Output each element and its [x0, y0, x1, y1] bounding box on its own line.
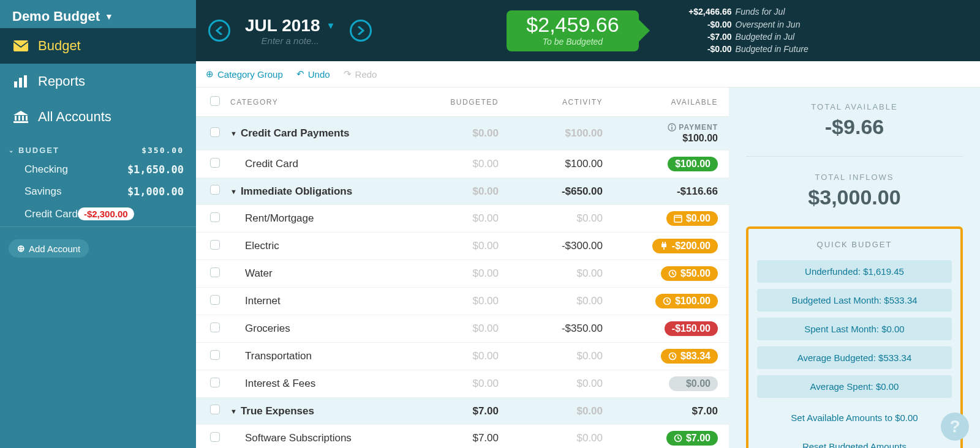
nav-reports[interactable]: Reports	[0, 64, 196, 99]
activity-cell[interactable]: -$650.00	[502, 185, 606, 198]
quick-budget-button[interactable]: Spent Last Month: $0.00	[757, 318, 952, 340]
row-checkbox[interactable]	[210, 212, 220, 222]
row-checkbox[interactable]	[210, 240, 220, 250]
row-checkbox[interactable]	[210, 350, 220, 360]
activity-cell[interactable]: -$300.00	[502, 240, 606, 252]
budgeted-cell[interactable]: $0.00	[404, 267, 502, 280]
available-pill[interactable]: -$150.00	[665, 321, 718, 336]
budgeted-cell[interactable]: $7.00	[404, 432, 502, 444]
category-row[interactable]: Groceries$0.00-$350.00-$150.00	[196, 315, 729, 343]
account-row[interactable]: Credit Card-$2,300.00	[0, 203, 196, 225]
category-group-row[interactable]: ▼True Expenses$7.00$0.00$7.00	[196, 398, 729, 425]
row-checkbox[interactable]	[210, 127, 220, 137]
select-all-checkbox[interactable]	[210, 96, 220, 106]
available-pill[interactable]: $50.00	[661, 266, 718, 281]
quick-budget-button[interactable]: Budgeted Last Month: $533.34	[757, 289, 952, 312]
budgeted-cell[interactable]: $0.00	[404, 350, 502, 362]
activity-cell[interactable]: $0.00	[502, 267, 606, 280]
category-row[interactable]: Water$0.00$0.00$50.00	[196, 260, 729, 288]
budgeted-cell[interactable]: $0.00	[404, 158, 502, 170]
nav-all-accounts[interactable]: All Accounts	[0, 99, 196, 135]
category-group-row[interactable]: ▼Credit Card Payments$0.00$100.00PAYMENT…	[196, 117, 729, 151]
activity-cell[interactable]: $0.00	[502, 432, 606, 444]
add-account-button[interactable]: ⊕ Add Account	[9, 239, 89, 258]
activity-cell[interactable]: $0.00	[502, 212, 606, 225]
row-checkbox[interactable]	[210, 432, 220, 442]
undo-button[interactable]: ↶ Undo	[296, 69, 330, 80]
category-row[interactable]: Interest & Fees$0.00$0.00$0.00	[196, 370, 729, 398]
month-note-input[interactable]: Enter a note...	[245, 35, 335, 46]
available-cell[interactable]: $100.00	[606, 157, 723, 171]
budgeted-cell[interactable]: $7.00	[404, 405, 502, 417]
account-row[interactable]: Savings$1,000.00	[0, 181, 196, 203]
category-row[interactable]: Electric$0.00-$300.00-$200.00	[196, 233, 729, 260]
budgeted-cell[interactable]: $0.00	[404, 127, 502, 140]
svg-rect-0	[13, 40, 28, 51]
row-checkbox[interactable]	[210, 158, 220, 168]
activity-cell[interactable]: $0.00	[502, 350, 606, 362]
activity-cell[interactable]: $0.00	[502, 405, 606, 417]
available-cell[interactable]: -$150.00	[606, 321, 723, 336]
to-be-budgeted[interactable]: $2,459.66 To be Budgeted	[507, 10, 638, 51]
activity-cell[interactable]: -$350.00	[502, 323, 606, 335]
quick-budget-button[interactable]: Average Spent: $0.00	[757, 375, 952, 398]
row-checkbox[interactable]	[210, 405, 220, 414]
budgeted-cell[interactable]: $0.00	[404, 378, 502, 390]
activity-cell[interactable]: $100.00	[502, 158, 606, 170]
available-cell[interactable]: $100.00	[606, 294, 723, 308]
available-pill[interactable]: $7.00	[666, 431, 718, 446]
accounts-header[interactable]: ⌄ BUDGET $350.00	[0, 140, 196, 159]
available-cell[interactable]: $0.00	[606, 376, 723, 391]
pill-text: $0.00	[686, 213, 710, 224]
quick-budget-button[interactable]: Average Budgeted: $533.34	[757, 346, 952, 369]
prev-month-button[interactable]	[208, 20, 230, 42]
help-button[interactable]: ?	[941, 413, 969, 441]
set-available-zero-button[interactable]: Set Available Amounts to $0.00	[757, 406, 952, 429]
available-cell[interactable]: PAYMENT$100.00	[606, 123, 723, 144]
add-category-group-button[interactable]: ⊕ Category Group	[206, 69, 283, 80]
row-checkbox[interactable]	[210, 295, 220, 305]
summary-value: -$0.00	[673, 43, 732, 55]
available-pill[interactable]: -$200.00	[652, 239, 718, 253]
available-cell[interactable]: $7.00	[606, 431, 723, 446]
category-row[interactable]: Internet$0.00$0.00$100.00	[196, 288, 729, 315]
available-cell[interactable]: $0.00	[606, 211, 723, 226]
row-checkbox[interactable]	[210, 323, 220, 332]
activity-cell[interactable]: $0.00	[502, 295, 606, 307]
available-pill[interactable]: $0.00	[669, 376, 718, 391]
chevron-down-icon: ⌄	[9, 147, 15, 154]
budgeted-cell[interactable]: $0.00	[404, 295, 502, 307]
pill-text: -$150.00	[672, 323, 710, 334]
quick-budget-button[interactable]: Underfunded: $1,619.45	[757, 260, 952, 283]
available-cell[interactable]: $83.34	[606, 349, 723, 364]
category-row[interactable]: Transportation$0.00$0.00$83.34	[196, 343, 729, 370]
row-checkbox[interactable]	[210, 378, 220, 387]
category-row[interactable]: Rent/Mortgage$0.00$0.00$0.00	[196, 205, 729, 233]
category-row[interactable]: Credit Card$0.00$100.00$100.00	[196, 151, 729, 178]
activity-cell[interactable]: $100.00	[502, 127, 606, 140]
budgeted-cell[interactable]: $0.00	[404, 185, 502, 198]
reset-budgeted-button[interactable]: Reset Budgeted Amounts	[757, 435, 952, 448]
available-pill[interactable]: $0.00	[666, 211, 718, 226]
next-month-button[interactable]	[350, 20, 372, 42]
budget-selector[interactable]: Demo Budget ▼	[0, 0, 196, 28]
redo-button[interactable]: ↷ Redo	[344, 69, 377, 80]
budgeted-cell[interactable]: $0.00	[404, 212, 502, 225]
available-pill[interactable]: $100.00	[668, 157, 718, 171]
nav-budget[interactable]: Budget	[0, 28, 196, 64]
available-cell[interactable]: $7.00	[606, 405, 723, 417]
month-selector[interactable]: JUL 2018 ▼	[245, 16, 335, 35]
account-row[interactable]: Checking$1,650.00	[0, 159, 196, 181]
row-checkbox[interactable]	[210, 185, 220, 195]
available-cell[interactable]: -$200.00	[606, 239, 723, 253]
category-row[interactable]: Software Subscriptions$7.00$0.00$7.00	[196, 425, 729, 448]
budgeted-cell[interactable]: $0.00	[404, 240, 502, 252]
category-group-row[interactable]: ▼Immediate Obligations$0.00-$650.00-$116…	[196, 178, 729, 205]
available-cell[interactable]: $50.00	[606, 266, 723, 281]
available-pill[interactable]: $83.34	[661, 349, 718, 364]
available-cell[interactable]: -$116.66	[606, 185, 723, 198]
row-checkbox[interactable]	[210, 267, 220, 277]
budgeted-cell[interactable]: $0.00	[404, 323, 502, 335]
available-pill[interactable]: $100.00	[655, 294, 718, 308]
activity-cell[interactable]: $0.00	[502, 378, 606, 390]
